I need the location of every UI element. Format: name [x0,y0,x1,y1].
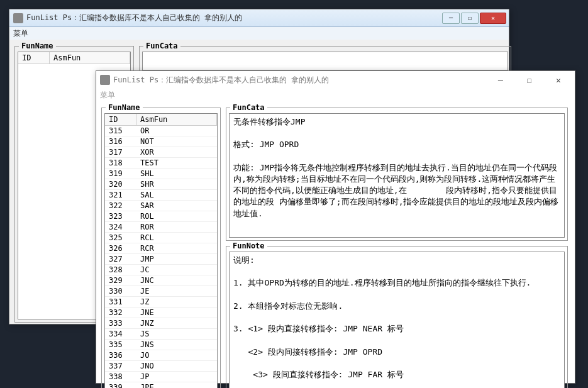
cell-id: 318 [105,158,136,168]
cell-id: 339 [105,382,136,388]
table-row[interactable]: 320SHR [105,179,217,190]
table-row[interactable]: 336JO [105,350,217,361]
column-asmfun[interactable]: AsmFun [136,114,217,125]
table-row[interactable]: 318TEST [105,158,217,169]
table-row[interactable]: 317XOR [105,147,217,158]
table-row[interactable]: 331JZ [105,297,217,308]
cell-asmfun: TEST [136,158,217,168]
cell-asmfun: JE [136,286,217,296]
cell-id: 319 [105,169,136,179]
cell-id: 321 [105,190,136,200]
cell-asmfun: SHR [136,179,217,189]
column-id[interactable]: ID [18,52,50,64]
cell-id: 329 [105,275,136,285]
cell-asmfun: JPE [136,382,217,388]
cell-id: 322 [105,201,136,211]
close-button[interactable]: ✕ [480,13,506,24]
cell-id: 336 [105,350,136,360]
cell-id: 338 [105,372,136,382]
funcata-group: FunCata 无条件转移指令JMP 格式: JMP OPRD 功能: JMP指… [226,108,568,241]
window-title: FunList Ps：汇编指令数据库不是本人自己收集的 拿的别人的 [26,13,442,23]
table-row[interactable]: 326RCR [105,243,217,254]
cell-asmfun: OR [136,126,217,136]
table-row[interactable]: 330JE [105,286,217,297]
group-label: FunNote [230,241,267,250]
cell-asmfun: SAR [136,201,217,211]
column-asmfun[interactable]: AsmFun [50,52,130,64]
cell-id: 331 [105,297,136,307]
funcata-text[interactable]: 无条件转移指令JMP 格式: JMP OPRD 功能: JMP指令将无条件地控制… [229,113,565,238]
cell-id: 330 [105,286,136,296]
funname-group: FunName ID AsmFun 315OR316NOT317XOR318TE… [101,108,221,388]
table-row[interactable]: 325RCL [105,233,217,243]
table-row[interactable]: 321SAL [105,190,217,201]
table-row[interactable]: 334JS [105,329,217,340]
table-row[interactable]: 316NOT [105,136,217,147]
cell-id: 327 [105,254,136,264]
funnote-group: FunNote 说明: 1. 其中OPRD为转移的目的地址.程序转移到目的地址所… [226,246,568,388]
cell-asmfun: RCL [136,233,217,243]
table-row[interactable]: 328JC [105,265,217,275]
column-id[interactable]: ID [105,114,136,125]
table-row[interactable]: 327JMP [105,254,217,265]
cell-asmfun: SHL [136,169,217,179]
cell-id: 337 [105,361,136,371]
menubar[interactable]: 菜单 [96,89,575,101]
table-row[interactable]: 339JPE [105,382,217,388]
cell-asmfun: JNC [136,275,217,285]
cell-asmfun: JO [136,350,217,360]
table-row[interactable]: 319SHL [105,169,217,179]
cell-id: 317 [105,147,136,157]
cell-id: 320 [105,179,136,189]
cell-id: 323 [105,211,136,221]
cell-asmfun: JC [136,265,217,275]
cell-asmfun: ROR [136,222,217,232]
titlebar[interactable]: FunList Ps：汇编指令数据库不是本人自己收集的 拿的别人的 ─ ☐ ✕ [96,71,575,89]
cell-id: 334 [105,329,136,339]
table-body[interactable]: 315OR316NOT317XOR318TEST319SHL320SHR321S… [105,126,217,388]
group-label: FunCata [230,103,267,112]
table-row[interactable]: 338JP [105,372,217,382]
table-row[interactable]: 329JNC [105,275,217,286]
cell-asmfun: JNS [136,340,217,350]
cell-asmfun: JZ [136,297,217,307]
table-row[interactable]: 332JNE [105,308,217,318]
maximize-button[interactable]: ☐ [461,13,479,24]
menu-item[interactable]: 菜单 [100,90,115,101]
cell-asmfun: JMP [136,254,217,264]
table-row[interactable]: 322SAR [105,201,217,211]
table-row[interactable]: 315OR [105,126,217,136]
group-label: FunCata [143,42,180,50]
cell-id: 333 [105,318,136,328]
asm-table[interactable]: ID AsmFun 315OR316NOT317XOR318TEST319SHL… [104,113,218,388]
cell-id: 325 [105,233,136,243]
table-row[interactable]: 337JNO [105,361,217,372]
cell-id: 324 [105,222,136,232]
group-label: FunName [19,42,56,50]
cell-asmfun: ROL [136,211,217,221]
cell-asmfun: XOR [136,147,217,157]
window-title: FunList Ps：汇编指令数据库不是本人自己收集的 拿的别人的 [113,75,487,86]
funcata-group: FunCata [139,46,511,74]
app-icon [13,13,23,23]
close-button[interactable]: ✕ [545,72,572,88]
menu-item[interactable]: 菜单 [13,28,28,39]
table-row[interactable]: 335JNS [105,340,217,350]
cell-asmfun: JNO [136,361,217,371]
funnote-text[interactable]: 说明: 1. 其中OPRD为转移的目的地址.程序转移到目的地址所指向的指令继续往… [229,252,565,388]
cell-id: 326 [105,243,136,253]
cell-id: 335 [105,340,136,350]
cell-asmfun: RCR [136,243,217,253]
menubar[interactable]: 菜单 [9,27,509,40]
minimize-button[interactable]: ─ [442,13,460,24]
maximize-button[interactable]: ☐ [516,72,543,88]
minimize-button[interactable]: ─ [487,72,514,88]
cell-asmfun: NOT [136,136,217,147]
cell-asmfun: JNZ [136,318,217,328]
table-row[interactable]: 324ROR [105,222,217,233]
table-row[interactable]: 333JNZ [105,318,217,329]
titlebar[interactable]: FunList Ps：汇编指令数据库不是本人自己收集的 拿的别人的 ─ ☐ ✕ [9,9,509,27]
funcata-text[interactable] [142,52,508,70]
group-label: FunName [106,103,143,112]
table-row[interactable]: 323ROL [105,211,217,222]
